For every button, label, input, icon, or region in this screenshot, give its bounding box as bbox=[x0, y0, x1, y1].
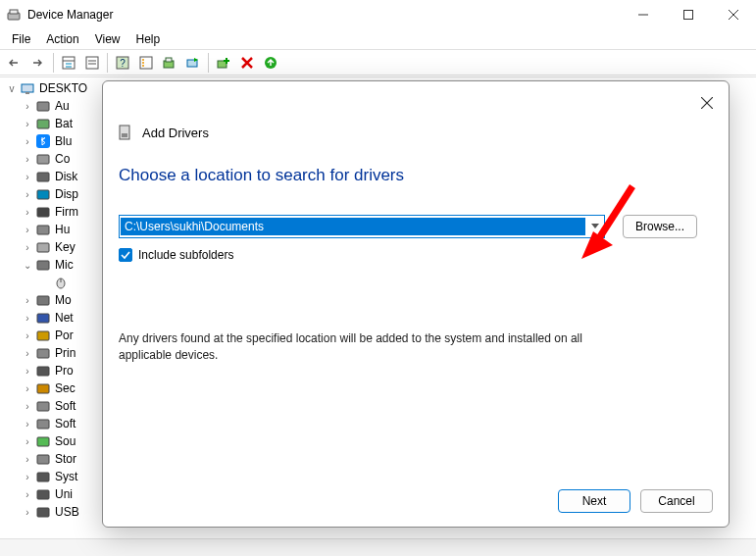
svg-rect-48 bbox=[37, 473, 49, 481]
expand-toggle[interactable]: v bbox=[6, 83, 18, 94]
svg-rect-32 bbox=[37, 208, 49, 217]
device-category-icon bbox=[35, 345, 51, 361]
maximize-button[interactable] bbox=[666, 0, 711, 29]
expand-toggle[interactable]: › bbox=[22, 136, 33, 147]
tree-item-label: Soft bbox=[55, 399, 76, 413]
device-category-icon bbox=[35, 504, 51, 520]
expand-toggle[interactable]: › bbox=[22, 419, 33, 430]
include-subfolders-checkbox[interactable] bbox=[119, 248, 132, 262]
next-button[interactable]: Next bbox=[558, 489, 630, 513]
svg-rect-40 bbox=[37, 331, 49, 340]
expand-toggle[interactable]: › bbox=[22, 330, 33, 341]
forward-button[interactable] bbox=[27, 52, 49, 74]
tree-item-label: Disk bbox=[55, 170, 77, 183]
svg-point-18 bbox=[142, 65, 144, 67]
svg-rect-35 bbox=[37, 261, 49, 270]
menu-action[interactable]: Action bbox=[38, 30, 86, 48]
expand-toggle[interactable]: › bbox=[22, 295, 33, 306]
expand-toggle[interactable]: › bbox=[22, 507, 33, 518]
expand-toggle[interactable]: › bbox=[22, 101, 33, 112]
expand-toggle[interactable]: › bbox=[22, 207, 33, 218]
add-drivers-dialog: Add Drivers Choose a location to search … bbox=[102, 80, 730, 528]
titlebar: Device Manager bbox=[0, 0, 756, 29]
path-text[interactable]: C:\Users\sukhi\Documents bbox=[121, 218, 585, 235]
dialog-close-button[interactable] bbox=[693, 89, 721, 117]
remove-device-button[interactable] bbox=[236, 52, 258, 74]
tree-item-label: Blu bbox=[55, 134, 72, 148]
properties-button[interactable] bbox=[81, 52, 103, 74]
svg-rect-41 bbox=[37, 349, 49, 358]
tree-item-label: Hu bbox=[55, 223, 70, 236]
expand-toggle[interactable]: › bbox=[22, 401, 33, 412]
expand-toggle[interactable]: › bbox=[22, 154, 33, 165]
enable-device-button[interactable] bbox=[260, 52, 281, 74]
svg-rect-49 bbox=[37, 490, 49, 499]
tree-item-label: Bat bbox=[55, 117, 73, 130]
browse-button[interactable]: Browse... bbox=[623, 215, 697, 238]
device-category-icon bbox=[35, 433, 51, 449]
expand-toggle[interactable]: › bbox=[22, 383, 33, 394]
svg-rect-33 bbox=[37, 226, 49, 234]
help-button[interactable]: ? bbox=[112, 52, 133, 74]
tree-item-label: Soft bbox=[55, 417, 76, 430]
tree-item-label: Sou bbox=[55, 434, 76, 448]
tree-item-label: Firm bbox=[55, 205, 78, 219]
add-driver-button[interactable] bbox=[213, 52, 234, 74]
menu-file[interactable]: File bbox=[4, 30, 38, 48]
svg-rect-30 bbox=[37, 173, 49, 181]
expand-toggle[interactable]: › bbox=[22, 489, 33, 500]
expand-toggle[interactable]: › bbox=[22, 172, 33, 182]
minimize-button[interactable] bbox=[621, 0, 666, 29]
menubar: File Action View Help bbox=[0, 29, 756, 49]
expand-toggle[interactable]: › bbox=[22, 436, 33, 447]
expand-toggle[interactable]: › bbox=[22, 189, 33, 200]
back-button[interactable] bbox=[4, 52, 25, 74]
svg-rect-43 bbox=[37, 384, 49, 393]
tree-item-label: Co bbox=[55, 152, 70, 166]
svg-rect-46 bbox=[37, 437, 49, 446]
expand-toggle[interactable]: › bbox=[22, 119, 33, 129]
device-category-icon bbox=[35, 310, 51, 326]
menu-view[interactable]: View bbox=[87, 30, 128, 48]
tree-item-label: Mic bbox=[55, 258, 74, 272]
svg-rect-24 bbox=[22, 84, 33, 92]
expand-toggle[interactable]: › bbox=[22, 366, 33, 377]
expand-toggle[interactable]: › bbox=[22, 454, 33, 465]
expand-toggle[interactable]: › bbox=[22, 242, 33, 253]
svg-rect-44 bbox=[37, 402, 49, 411]
expand-toggle[interactable]: › bbox=[22, 348, 33, 359]
svg-point-16 bbox=[142, 59, 144, 61]
device-category-icon bbox=[35, 292, 51, 308]
dialog-header: Add Drivers bbox=[103, 81, 729, 148]
device-category-icon bbox=[35, 239, 51, 255]
close-button[interactable] bbox=[711, 0, 756, 29]
svg-rect-10 bbox=[86, 57, 98, 69]
svg-point-17 bbox=[142, 62, 144, 64]
device-category-icon bbox=[35, 486, 51, 502]
tree-item-label: Uni bbox=[55, 487, 73, 501]
svg-rect-3 bbox=[684, 11, 693, 20]
device-category-icon bbox=[35, 204, 51, 220]
svg-rect-1 bbox=[10, 10, 18, 14]
device-category-icon bbox=[35, 151, 51, 167]
menu-help[interactable]: Help bbox=[128, 30, 169, 48]
tree-item-label: Mo bbox=[55, 293, 72, 307]
cancel-button[interactable]: Cancel bbox=[640, 489, 713, 513]
expand-toggle[interactable]: › bbox=[22, 472, 33, 482]
tree-item-label: Sec bbox=[55, 381, 76, 395]
update-driver-button[interactable] bbox=[159, 52, 180, 74]
device-category-icon bbox=[20, 80, 35, 96]
tree-item-label: Prin bbox=[55, 346, 76, 360]
expand-toggle[interactable]: › bbox=[22, 313, 33, 324]
view-options-button[interactable] bbox=[135, 52, 157, 74]
expand-toggle[interactable]: › bbox=[22, 225, 33, 235]
path-dropdown-button[interactable] bbox=[586, 222, 604, 231]
device-category-icon bbox=[35, 451, 51, 467]
show-hide-tree-button[interactable] bbox=[58, 52, 79, 74]
scan-hardware-button[interactable] bbox=[182, 52, 204, 74]
expand-toggle[interactable]: ⌄ bbox=[22, 260, 33, 271]
device-category-icon bbox=[35, 380, 51, 396]
path-combobox[interactable]: C:\Users\sukhi\Documents bbox=[119, 215, 605, 238]
svg-rect-26 bbox=[37, 102, 49, 111]
svg-rect-38 bbox=[37, 296, 49, 305]
